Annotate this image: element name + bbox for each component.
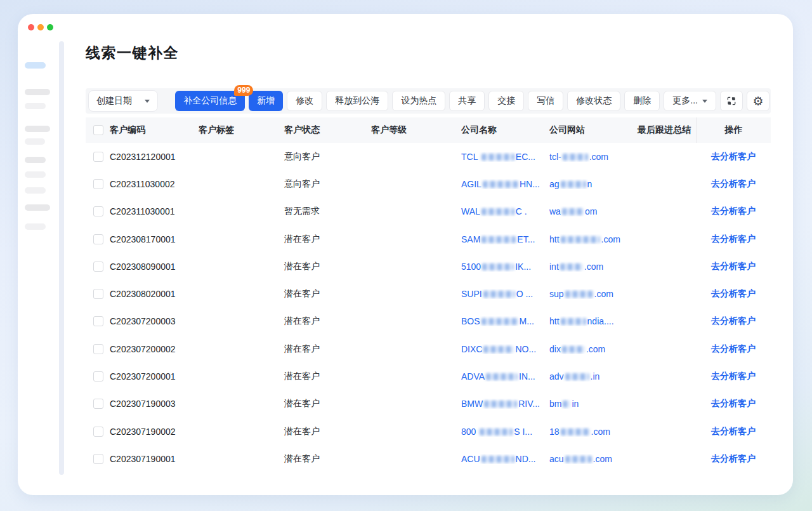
company-website-link[interactable]: adv.in bbox=[549, 371, 638, 382]
toolbar-button[interactable]: 写信 bbox=[528, 91, 563, 111]
row-checkbox[interactable] bbox=[93, 399, 103, 409]
analyze-customer-link[interactable]: 去分析客户 bbox=[711, 343, 756, 354]
company-website-link[interactable]: sup.com bbox=[549, 289, 638, 299]
row-checkbox[interactable] bbox=[93, 179, 103, 189]
company-name-link[interactable]: ACUND... bbox=[461, 454, 549, 464]
minimize-window-button[interactable] bbox=[37, 24, 44, 30]
company-name-link[interactable]: ADVAIN... bbox=[461, 371, 549, 382]
analyze-customer-link[interactable]: 去分析客户 bbox=[711, 371, 756, 381]
sidebar-item[interactable] bbox=[25, 223, 46, 230]
analyze-customer-link[interactable]: 去分析客户 bbox=[711, 151, 756, 161]
company-website-link[interactable]: htt.com bbox=[549, 234, 638, 244]
company-name-link[interactable]: TCL EC... bbox=[461, 152, 549, 162]
toolbar-button[interactable]: 修改 bbox=[287, 91, 322, 111]
row-checkbox[interactable] bbox=[93, 206, 103, 216]
analyze-customer-link[interactable]: 去分析客户 bbox=[711, 206, 756, 216]
row-checkbox[interactable] bbox=[93, 371, 103, 382]
row-checkbox-cell bbox=[86, 399, 110, 409]
text-prefix: htt bbox=[549, 316, 560, 326]
sidebar-item[interactable] bbox=[25, 204, 50, 211]
sidebar-item[interactable] bbox=[25, 138, 45, 145]
text-prefix: TCL bbox=[461, 152, 480, 162]
analyze-customer-link[interactable]: 去分析客户 bbox=[711, 398, 756, 408]
company-name-link[interactable]: 800 S I... bbox=[461, 427, 549, 437]
sidebar-item[interactable] bbox=[25, 103, 46, 109]
action-cell: 去分析客户 bbox=[696, 426, 771, 437]
table-row: C202307190003潜在客户BMWRIV...bmin去分析客户 bbox=[86, 390, 771, 418]
company-website-link[interactable]: httndia.... bbox=[549, 316, 638, 326]
redacted-text bbox=[562, 208, 584, 215]
close-window-button[interactable] bbox=[28, 24, 34, 30]
company-name-link[interactable]: BMWRIV... bbox=[461, 399, 549, 409]
company-name-link[interactable]: AGILHN... bbox=[461, 179, 549, 189]
text-suffix: O ... bbox=[516, 289, 533, 299]
table-row: C202307190002潜在客户800 S I...18.com去分析客户 bbox=[86, 418, 771, 445]
analyze-customer-link[interactable]: 去分析客户 bbox=[711, 426, 756, 436]
text-prefix: wa bbox=[549, 206, 561, 216]
analyze-customer-link[interactable]: 去分析客户 bbox=[711, 315, 756, 326]
redacted-text bbox=[563, 401, 570, 408]
complete-company-info-button[interactable]: 补全公司信息 999 bbox=[175, 91, 245, 111]
customer-status-cell: 意向客户 bbox=[284, 178, 371, 190]
row-checkbox-cell bbox=[86, 316, 110, 326]
company-website-link[interactable]: acu.com bbox=[549, 454, 638, 464]
sidebar-item[interactable] bbox=[25, 89, 50, 95]
customer-status-cell: 潜在客户 bbox=[284, 343, 371, 355]
sidebar-item[interactable] bbox=[25, 171, 46, 178]
analyze-customer-link[interactable]: 去分析客户 bbox=[711, 178, 756, 189]
company-name-link[interactable]: 5100IK... bbox=[461, 262, 549, 272]
company-website-link[interactable]: tcl-.com bbox=[549, 152, 638, 162]
maximize-window-button[interactable] bbox=[47, 24, 53, 30]
sidebar-item[interactable] bbox=[25, 126, 50, 132]
page-title: 线索一键补全 bbox=[86, 43, 179, 63]
company-name-link[interactable]: DIXCNO... bbox=[461, 344, 549, 354]
analyze-customer-link[interactable]: 去分析客户 bbox=[711, 234, 756, 244]
action-cell: 去分析客户 bbox=[696, 398, 771, 409]
toolbar-button[interactable]: 交接 bbox=[488, 91, 524, 111]
customer-status-cell: 潜在客户 bbox=[284, 234, 371, 245]
toolbar-button[interactable]: 释放到公海 bbox=[326, 91, 388, 111]
add-button[interactable]: 新增 bbox=[249, 91, 283, 111]
redacted-text bbox=[565, 291, 593, 298]
company-name-link[interactable]: WALC . bbox=[461, 206, 549, 216]
sidebar-item-active[interactable] bbox=[25, 62, 46, 69]
analyze-customer-link[interactable]: 去分析客户 bbox=[711, 288, 756, 298]
analyze-customer-link[interactable]: 去分析客户 bbox=[711, 453, 756, 463]
table-row: C202307190001潜在客户ACUND...acu.com去分析客户 bbox=[86, 445, 771, 472]
select-all-checkbox[interactable] bbox=[93, 125, 103, 135]
redacted-text bbox=[565, 456, 592, 463]
toolbar-button[interactable]: 删除 bbox=[624, 91, 660, 111]
row-checkbox[interactable] bbox=[93, 316, 103, 326]
company-website-link[interactable]: 18.com bbox=[549, 427, 638, 437]
company-website-link[interactable]: agn bbox=[549, 179, 638, 189]
date-filter-select[interactable]: 创建日期 bbox=[88, 90, 158, 112]
company-website-link[interactable]: dix.com bbox=[549, 344, 638, 354]
company-website-link[interactable]: bmin bbox=[549, 399, 638, 409]
sync-button[interactable] bbox=[720, 91, 743, 111]
toolbar-button[interactable]: 共享 bbox=[449, 91, 485, 111]
company-name-link[interactable]: SUPIO ... bbox=[461, 289, 549, 299]
toolbar-button[interactable]: 修改状态 bbox=[567, 91, 620, 111]
row-checkbox[interactable] bbox=[93, 427, 103, 437]
row-checkbox[interactable] bbox=[93, 152, 103, 162]
row-checkbox[interactable] bbox=[93, 454, 103, 464]
company-website-link[interactable]: int.com bbox=[549, 262, 638, 272]
customer-code-cell: C202308020001 bbox=[110, 289, 199, 299]
company-name-link[interactable]: SAMET... bbox=[461, 234, 549, 244]
action-cell: 去分析客户 bbox=[696, 453, 771, 465]
settings-button[interactable]: ⚙ bbox=[747, 91, 769, 111]
more-button[interactable]: 更多... bbox=[664, 91, 716, 111]
text-suffix: NO... bbox=[515, 344, 536, 354]
company-website-link[interactable]: waom bbox=[549, 206, 638, 216]
company-name-link[interactable]: BOSM... bbox=[461, 316, 549, 326]
row-checkbox[interactable] bbox=[93, 234, 103, 244]
row-checkbox[interactable] bbox=[93, 289, 103, 299]
row-checkbox[interactable] bbox=[93, 262, 103, 272]
row-checkbox-cell bbox=[86, 427, 110, 437]
row-checkbox[interactable] bbox=[93, 344, 103, 354]
sync-icon bbox=[726, 96, 737, 106]
sidebar-item[interactable] bbox=[25, 187, 46, 194]
sidebar-item[interactable] bbox=[25, 157, 46, 163]
analyze-customer-link[interactable]: 去分析客户 bbox=[711, 261, 756, 271]
toolbar-button[interactable]: 设为热点 bbox=[392, 91, 445, 111]
